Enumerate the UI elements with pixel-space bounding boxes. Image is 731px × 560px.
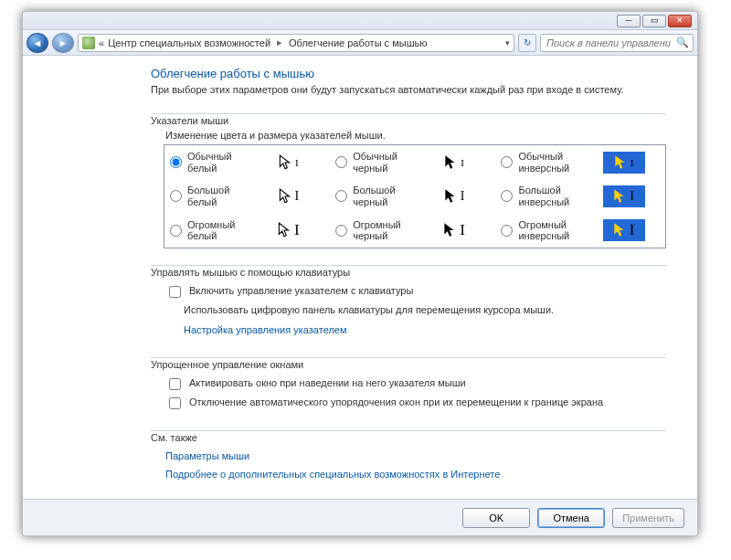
pointer-label: Огромныйинверсный [518,219,569,242]
pointer-radio[interactable] [335,190,347,202]
group-pointers-heading: Указатели мыши [151,115,234,126]
pointer-radio[interactable] [170,190,182,202]
online-accessibility-link[interactable]: Подробнее о дополнительных специальных в… [165,469,500,480]
pointer-label: Большойинверсный [518,185,569,207]
search-box[interactable]: 🔍 [540,34,694,52]
group-windows-heading: Упрощенное управление окнами [151,359,309,370]
enable-mousekeys-checkbox[interactable] [169,286,181,298]
group-seealso-heading: См. также [151,432,203,443]
pointers-subheading: Изменение цвета и размера указателей мыш… [165,130,677,141]
pointer-label: Большойбелый [187,185,229,207]
pointer-option[interactable]: Огромныйчерный [335,219,422,242]
pointer-option[interactable]: Огромныйинверсный [501,219,591,242]
disable-snap-label: Отключение автоматического упорядочения … [189,396,603,407]
pointer-label: Огромныйчерный [353,219,401,242]
pointer-radio[interactable] [501,225,513,237]
group-keyboard-heading: Управлять мышью с помощью клавиатуры [151,267,355,278]
control-panel-icon [82,37,95,49]
mousekeys-desc: Использовать цифровую панель клавиатуры … [184,304,677,315]
breadcrumb-prefix: « [99,37,104,48]
activate-on-hover-checkbox[interactable] [169,378,181,390]
search-icon[interactable]: 🔍 [676,37,689,48]
apply-button[interactable]: Применить [612,508,684,528]
disable-snap-checkbox[interactable] [169,397,181,409]
titlebar: ─ ▭ ✕ [23,12,697,30]
minimize-button[interactable]: ─ [617,15,641,27]
breadcrumb-sep: ▸ [274,37,285,48]
pointer-option[interactable]: Большойбелый [170,185,257,207]
pointer-preview: I [433,219,475,241]
mousekeys-settings-link[interactable]: Настройка управления указателем [184,324,347,335]
pointer-preview: I [433,152,475,174]
page-desc: При выборе этих параметров они будут зап… [151,84,677,95]
enable-mousekeys-label: Включить управление указателем с клавиат… [189,285,413,296]
maximize-button[interactable]: ▭ [642,15,666,27]
pointer-radio[interactable] [170,225,182,237]
pointer-preview: I [603,185,645,207]
pointer-radio[interactable] [501,190,513,202]
pointer-option[interactable]: Огромныйбелый [170,219,257,242]
pointer-options-box: Обычныйбелый I Обычныйчерный I Обычныйин… [164,144,666,248]
pointer-label: Обычныйчерный [353,151,397,174]
content: Облегчение работы с мышью При выборе эти… [23,56,697,499]
refresh-button[interactable]: ↻ [518,34,536,52]
pointer-preview: I [268,219,310,241]
mouse-settings-link[interactable]: Параметры мыши [165,450,249,461]
pointer-option[interactable]: Обычныйинверсный [501,151,591,174]
pointer-option[interactable]: Большойинверсный [501,185,591,207]
pointer-preview: I [268,152,310,174]
navbar: ◄ ► « Центр специальных возможностей ▸ О… [23,30,697,56]
close-button[interactable]: ✕ [668,15,692,27]
footer: OK Отмена Применить [23,499,697,535]
cancel-button[interactable]: Отмена [537,508,605,528]
back-button[interactable]: ◄ [26,33,48,53]
pointer-preview: I [433,185,475,207]
search-input[interactable] [545,37,673,49]
activate-on-hover-label: Активировать окно при наведении на него … [189,377,466,388]
pointer-option[interactable]: Обычныйбелый [170,151,257,174]
forward-button[interactable]: ► [52,33,74,53]
pointer-preview: I [603,219,645,241]
address-bar[interactable]: « Центр специальных возможностей ▸ Облег… [78,34,514,52]
pointer-preview: I [268,185,310,207]
page-title: Облегчение работы с мышью [151,67,677,80]
breadcrumb-item[interactable]: Центр специальных возможностей [108,37,270,48]
pointer-label: Обычныйинверсный [518,151,569,174]
pointer-label: Огромныйбелый [187,219,236,242]
ok-button[interactable]: OK [462,508,530,528]
pointer-radio[interactable] [335,156,347,168]
pointer-option[interactable]: Большойчерный [335,185,422,207]
dropdown-icon[interactable]: ▾ [505,38,510,48]
pointer-radio[interactable] [501,156,513,168]
pointer-radio[interactable] [170,156,182,168]
pointer-preview: I [603,152,645,174]
pointer-radio[interactable] [335,225,347,237]
pointer-option[interactable]: Обычныйчерный [335,151,422,174]
pointer-label: Обычныйбелый [187,151,232,174]
pointer-label: Большойчерный [353,185,395,207]
breadcrumb-item[interactable]: Облегчение работы с мышью [289,37,427,48]
